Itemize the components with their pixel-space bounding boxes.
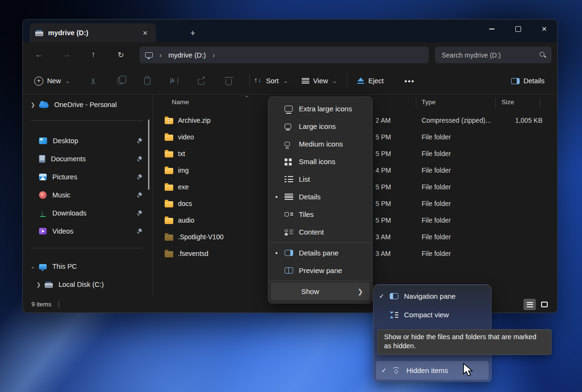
forward-button[interactable]: →	[59, 47, 74, 62]
maximize-button[interactable]	[505, 20, 531, 39]
toolbar-separator	[249, 74, 250, 88]
file-name[interactable]: .fseventsd	[178, 250, 208, 257]
view-menu-item[interactable]: Tiles ❯	[268, 206, 372, 223]
file-type: File folder	[422, 233, 451, 241]
ellipsis-icon: •••	[404, 77, 415, 85]
sidebar-scrollbar[interactable]	[148, 119, 149, 190]
file-name[interactable]: .Spotlight-V100	[178, 233, 224, 241]
address-bar[interactable]: › mydrive (D:) ›	[139, 47, 429, 63]
file-name[interactable]: Archive.zip	[178, 117, 210, 124]
delete-button[interactable]	[221, 73, 236, 88]
column-separator[interactable]	[495, 98, 496, 108]
close-button[interactable]: ✕	[531, 20, 557, 39]
medium-icons-icon	[285, 142, 290, 146]
view-menu-item[interactable]: Details ❯	[268, 188, 372, 206]
view-button[interactable]: View ⌄	[298, 73, 341, 89]
cut-icon: ✂	[89, 78, 99, 84]
eject-button-label: Eject	[368, 77, 384, 85]
column-header-size[interactable]: Size	[502, 98, 514, 106]
view-menu-item[interactable]: Show ❯	[271, 283, 370, 300]
this-pc-icon[interactable]	[145, 52, 153, 58]
search-icon	[540, 52, 546, 58]
chevron-right-icon: ›	[159, 51, 162, 59]
file-name[interactable]: txt	[178, 150, 185, 157]
sort-button[interactable]: Sort ⌄	[251, 73, 291, 89]
new-tab-button[interactable]: +	[187, 27, 199, 39]
file-date-modified: 5 PM	[375, 150, 391, 157]
view-menu-item[interactable]: Content ❯	[268, 223, 372, 241]
sidebar-item[interactable]: Documents	[27, 151, 146, 167]
file-name[interactable]: img	[178, 167, 189, 174]
minimize-icon	[489, 29, 494, 29]
view-menu-item[interactable]: Extra large icons ❯	[268, 100, 372, 118]
chevron-right-icon[interactable]: ❯	[32, 282, 45, 288]
show-submenu-item[interactable]: ✓ Navigation pane	[374, 287, 491, 305]
file-name[interactable]: exe	[178, 183, 189, 191]
content-icon	[285, 229, 293, 235]
rename-button[interactable]: A	[167, 73, 182, 88]
file-name[interactable]: docs	[178, 200, 192, 207]
chevron-down-icon: ⌄	[332, 78, 337, 84]
submenu-item-label: Compact view	[404, 311, 491, 319]
search-box[interactable]	[435, 47, 552, 63]
sidebar-item[interactable]: Music	[27, 187, 146, 203]
more-options-button[interactable]: •••	[402, 73, 417, 88]
view-menu-item[interactable]: Small icons ❯	[268, 153, 372, 170]
menu-item-label: Medium icons	[299, 140, 360, 148]
sidebar-item[interactable]: Videos	[27, 223, 146, 239]
view-menu-item[interactable]: Medium icons ❯	[268, 135, 372, 153]
sort-ascending-icon: ⌄	[245, 93, 248, 98]
sidebar-item[interactable]: Desktop	[27, 133, 146, 149]
details-pane-toggle[interactable]: Details	[507, 73, 548, 89]
column-header-name[interactable]: Name	[172, 98, 189, 106]
menu-item-label: Content	[299, 228, 360, 236]
view-button-label: View	[313, 77, 328, 85]
file-date-modified: 3 AM	[375, 233, 391, 241]
details-pane-icon	[511, 78, 520, 84]
chevron-right-icon[interactable]: ❯	[27, 102, 39, 108]
sidebar-item[interactable]: Downloads	[27, 205, 146, 221]
minimize-button[interactable]	[479, 20, 505, 39]
file-type: File folder	[422, 250, 451, 257]
column-header-type[interactable]: Type	[422, 98, 435, 106]
refresh-button[interactable]: ↻	[113, 47, 128, 62]
up-button[interactable]: ↑	[86, 47, 101, 62]
sidebar: ❯ OneDrive - Personal Desktop Documents	[23, 95, 153, 296]
eject-button[interactable]: Eject	[353, 73, 387, 89]
sidebar-item-onedrive[interactable]: ❯ OneDrive - Personal	[27, 97, 146, 113]
view-menu-item[interactable]: Large icons ❯	[268, 118, 372, 135]
new-button[interactable]: + New ⌄	[30, 73, 73, 89]
sidebar-item-label: Local Disk (C:)	[59, 281, 146, 288]
file-type: File folder	[422, 200, 451, 207]
file-date-modified: 5 PM	[375, 183, 391, 191]
search-input[interactable]	[441, 51, 540, 59]
cut-button[interactable]: ✂	[86, 73, 101, 88]
thumbnail-view-toggle[interactable]	[538, 299, 551, 310]
chevron-down-icon[interactable]: ⌄	[27, 264, 39, 270]
view-menu-item[interactable]: List ❯	[268, 170, 372, 188]
share-button[interactable]	[194, 73, 209, 88]
sidebar-item-local-disk[interactable]: ❯ Local Disk (C:)	[32, 276, 146, 293]
sidebar-item-label: Downloads	[52, 209, 137, 217]
paste-button[interactable]	[139, 73, 155, 88]
file-name[interactable]: video	[178, 133, 194, 141]
sidebar-item[interactable]: Pictures	[27, 169, 146, 185]
sidebar-item-this-pc[interactable]: ⌄ This PC	[27, 258, 146, 274]
details-view-toggle[interactable]	[523, 299, 536, 310]
folder-icon	[165, 201, 173, 207]
view-menu-item[interactable]: Preview pane ❯	[268, 262, 372, 279]
breadcrumb-drive[interactable]: mydrive (D:)	[168, 51, 206, 59]
file-name[interactable]: audio	[178, 216, 194, 224]
preview-pane-icon	[285, 267, 293, 274]
column-separator[interactable]	[416, 98, 416, 108]
view-menu-item[interactable]: Details pane ❯	[268, 244, 372, 262]
back-button[interactable]: ←	[31, 47, 47, 62]
pin-icon	[137, 174, 142, 180]
tab-close-icon[interactable]: ✕	[140, 28, 150, 38]
menu-divider	[269, 281, 372, 281]
copy-button[interactable]	[113, 73, 128, 88]
onedrive-cloud-icon	[39, 103, 49, 108]
column-separator[interactable]	[540, 98, 540, 108]
explorer-tab[interactable]: mydrive (D:) ✕	[30, 23, 156, 42]
show-submenu-item[interactable]: ✓ Compact view	[374, 305, 491, 324]
